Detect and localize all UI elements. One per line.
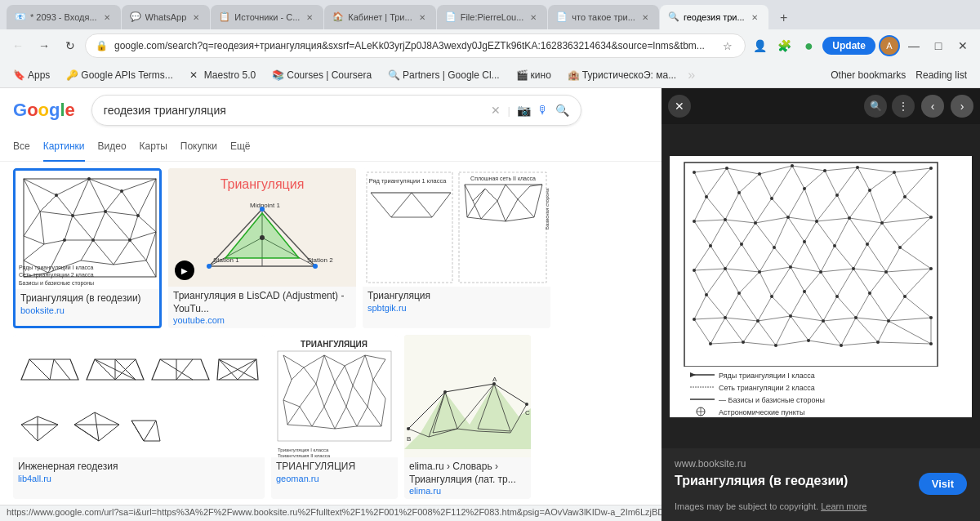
bookmarks-google-apis[interactable]: 🔑 Google APIs Terms... (60, 68, 180, 82)
svg-point-49 (63, 238, 66, 242)
panel-close-button[interactable]: ✕ (668, 95, 691, 118)
svg-text:Station 1: Station 1 (213, 256, 239, 264)
new-tab-button[interactable]: + (773, 7, 795, 29)
minimize-icon[interactable]: — (903, 35, 924, 56)
tab-close-what[interactable]: ✕ (639, 11, 651, 23)
bookmarks-travel[interactable]: 🏨 ТуристическоЭ: ма... (561, 68, 683, 82)
image-card-4[interactable]: Инженерная геодезия lib4all.ru (13, 335, 265, 499)
address-bar[interactable]: 🔒 google.com/search?q=геодезия+триангуля… (85, 33, 746, 58)
user-profile-icon[interactable]: 👤 (749, 35, 770, 56)
panel-search-button[interactable]: 🔍 (864, 95, 887, 118)
tab-file[interactable]: 📄 File:PierreLou... ✕ (437, 5, 548, 29)
reload-button[interactable]: ↻ (59, 34, 82, 57)
image-info-4: Инженерная геодезия lib4all.ru (13, 457, 265, 487)
image-card-1[interactable]: Ряды триангуляции I класса Сеть триангул… (13, 168, 162, 328)
panel-more-button[interactable]: ⋮ (892, 95, 915, 118)
image-title-4: Инженерная геодезия (18, 461, 260, 474)
panel-bottom: www.booksite.ru Триангуляция (в геодезии… (662, 448, 980, 521)
image-source-1: booksite.ru (20, 305, 154, 315)
tab-sources[interactable]: 📋 Источники - С... ✕ (211, 5, 323, 29)
reading-list[interactable]: Reading list (909, 68, 973, 82)
svg-text:— Базисы и базисные стороны: — Базисы и базисные стороны (719, 396, 825, 404)
tab-title-cabinet: Кабинет | Три... (348, 12, 412, 22)
tab-close-cabinet[interactable]: ✕ (416, 11, 428, 23)
image-card-3[interactable]: Ряд триангуляции 1 класса Сплошная сеть … (363, 168, 550, 328)
visit-button[interactable]: Visit (919, 473, 967, 495)
nav-video[interactable]: Видео (98, 132, 127, 162)
image-card-5[interactable]: ТРИАНГУЛЯЦИЯ (271, 335, 398, 499)
tab-whatsapp[interactable]: 💬 WhatsApp ✕ (122, 5, 211, 29)
right-panel: ✕ 🔍 ⋮ ‹ › (662, 88, 980, 521)
logo-e: e (65, 100, 75, 120)
forward-button[interactable]: → (33, 34, 56, 57)
address-text: google.com/search?q=геодезия+триангуляци… (114, 40, 714, 51)
image-thumb-2: Триангуляция Station 1 (168, 168, 356, 287)
coursera-icon: 📚 (272, 69, 283, 81)
panel-prev-button[interactable]: ‹ (921, 95, 944, 118)
svg-text:C: C (525, 409, 530, 416)
tab-email[interactable]: 📧 * 2093 - Входя... ✕ (7, 5, 121, 29)
apps-label: Apps (28, 69, 50, 81)
image-card-6[interactable]: A B C elima.ru › Словарь › Триангуляция … (404, 335, 531, 499)
tab-close-geodesy[interactable]: ✕ (749, 11, 760, 23)
svg-text:Ряд триангуляции 1 класса: Ряд триангуляции 1 класса (369, 177, 448, 185)
close-icon[interactable]: ✕ (952, 35, 973, 56)
tab-close-whatsapp[interactable]: ✕ (190, 11, 202, 23)
search-bar[interactable]: геодезия триангуляция ✕ | 📷 🎙 🔍 (91, 95, 581, 126)
tab-close-file[interactable]: ✕ (528, 11, 539, 23)
update-button[interactable]: Update (822, 37, 875, 55)
play-button[interactable]: ▶ (175, 260, 194, 280)
profile-avatar[interactable]: А (879, 35, 900, 56)
nav-images[interactable]: Картинки (43, 132, 85, 162)
nav-maps[interactable]: Карты (140, 132, 167, 162)
nav-all[interactable]: Все (13, 132, 30, 162)
bookmarks-apps[interactable]: 🔖 Apps (7, 68, 56, 82)
main-content: Google геодезия триангуляция ✕ | 📷 🎙 🔍 ⚙… (0, 88, 980, 521)
bookmarks-kino[interactable]: 🎬 кино (510, 68, 558, 82)
panel-next-button[interactable]: › (951, 95, 973, 118)
bookmarks-coursera[interactable]: 📚 Courses | Coursera (265, 68, 378, 82)
image-info-3: Триангуляция spbtgik.ru (363, 287, 550, 316)
travel-icon: 🏨 (568, 69, 579, 81)
other-bookmarks[interactable]: Other bookmarks (831, 69, 906, 81)
tab-favicon-email: 📧 (15, 11, 26, 23)
tab-close-sources[interactable]: ✕ (304, 11, 315, 23)
tab-title-email: * 2093 - Входя... (30, 12, 97, 22)
svg-text:ТРИАНГУЛЯЦИЯ: ТРИАНГУЛЯЦИЯ (301, 340, 368, 349)
bookmarks-bar: 🔖 Apps 🔑 Google APIs Terms... ✕ Maestro … (0, 62, 980, 88)
svg-text:Триангуляция I класса: Триангуляция I класса (278, 448, 329, 452)
svg-text:Ряды триангуляции I класса: Ряды триангуляции I класса (719, 372, 815, 380)
back-button[interactable]: ← (7, 34, 29, 57)
tab-close-email[interactable]: ✕ (101, 11, 113, 23)
image-thumb-6: A B C (404, 335, 531, 457)
tab-geodesy[interactable]: 🔍 геодезия три... ✕ (660, 5, 768, 29)
tab-favicon-whatsapp: 💬 (130, 11, 141, 23)
maestro-label: Maestro 5.0 (204, 69, 256, 81)
tab-cabinet[interactable]: 🏠 Кабинет | Три... ✕ (324, 5, 435, 29)
maximize-icon[interactable]: □ (928, 35, 949, 56)
microphone-icon[interactable]: 🎙 (537, 104, 549, 117)
learn-more-link[interactable]: Learn more (821, 501, 866, 511)
camera-icon[interactable]: 📷 (517, 104, 531, 117)
search-lens-icon[interactable]: 🔍 (555, 104, 569, 117)
svg-rect-68 (363, 168, 550, 287)
image-title-3: Триангуляция (368, 290, 546, 303)
extensions-icon[interactable]: 🧩 (773, 35, 795, 56)
svg-text:Midpoint 1: Midpoint 1 (250, 202, 280, 209)
svg-point-44 (87, 177, 91, 180)
image-thumb-1: Ряды триангуляции I класса Сеть триангул… (16, 171, 162, 289)
image-source-6: elima.ru (409, 486, 526, 496)
image-card-2[interactable]: Триангуляция Station 1 (168, 168, 356, 328)
tab-title-file: File:PierreLou... (461, 12, 524, 22)
maestro-icon: ✕ (189, 69, 201, 81)
svg-point-45 (120, 189, 123, 193)
bookmarks-maestro[interactable]: ✕ Maestro 5.0 (183, 68, 262, 82)
tab-what[interactable]: 📄 что такое три... ✕ (548, 5, 659, 29)
nav-shopping[interactable]: Покупки (180, 132, 217, 162)
search-clear-icon[interactable]: ✕ (491, 104, 501, 117)
bookmarks-partners[interactable]: 🔍 Partners | Google Cl... (381, 68, 506, 82)
nav-more[interactable]: Ещё (230, 132, 251, 162)
image-title-1: Триангуляция (в геодезии) (20, 292, 154, 305)
partners-icon: 🔍 (388, 69, 399, 81)
bookmark-star-icon[interactable]: ☆ (720, 38, 735, 53)
